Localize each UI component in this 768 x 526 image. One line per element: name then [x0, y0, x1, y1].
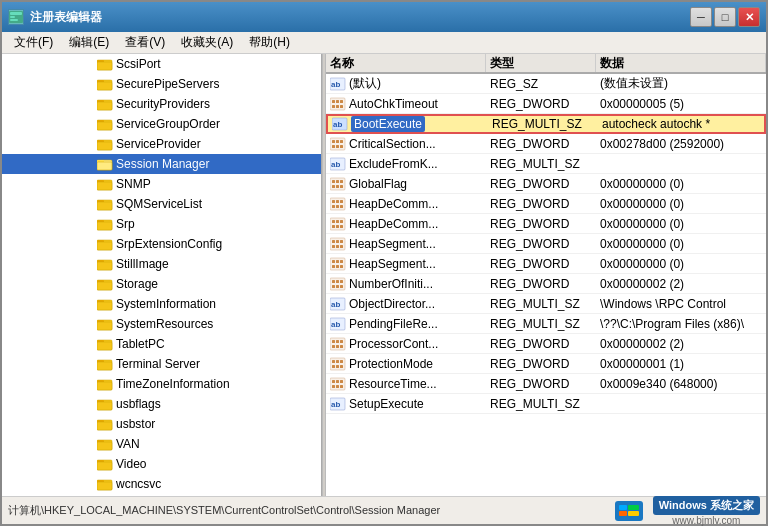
value-cell-type: REG_SZ [486, 77, 596, 91]
tree-item[interactable]: StillImage [2, 254, 321, 274]
tree-item[interactable]: Session Manager [2, 154, 321, 174]
tree-item[interactable]: Storage [2, 274, 321, 294]
col-header-name[interactable]: 名称 [326, 54, 486, 72]
maximize-button[interactable]: □ [714, 7, 736, 27]
value-row[interactable]: AutoChkTimeoutREG_DWORD0x00000005 (5) [326, 94, 766, 114]
value-name-label: HeapSegment... [349, 257, 436, 271]
value-row[interactable]: ProtectionModeREG_DWORD0x00000001 (1) [326, 354, 766, 374]
folder-icon [97, 277, 113, 291]
tree-item[interactable]: TabletPC [2, 334, 321, 354]
folder-icon [97, 337, 113, 351]
value-row[interactable]: ab ObjectDirector...REG_MULTI_SZ\Windows… [326, 294, 766, 314]
tree-item[interactable]: Srp [2, 214, 321, 234]
col-header-data[interactable]: 数据 [596, 54, 766, 72]
svg-rect-131 [340, 285, 343, 288]
value-row[interactable]: ProcessorCont...REG_DWORD0x00000002 (2) [326, 334, 766, 354]
tree-item-label: ServiceGroupOrder [116, 117, 220, 131]
tree-item[interactable]: Terminal Server [2, 354, 321, 374]
svg-rect-86 [336, 145, 339, 148]
svg-rect-161 [628, 505, 639, 510]
svg-rect-12 [97, 102, 112, 110]
value-row[interactable]: ab PendingFileRe...REG_MULTI_SZ\??\C:\Pr… [326, 314, 766, 334]
tree-item[interactable]: TimeZoneInformation [2, 374, 321, 394]
value-row[interactable]: HeapDeComm...REG_DWORD0x00000000 (0) [326, 194, 766, 214]
reg-type-icon: ab [330, 297, 346, 311]
svg-rect-145 [336, 360, 339, 363]
tree-item[interactable]: SQMServiceList [2, 194, 321, 214]
value-cell-type: REG_MULTI_SZ [486, 397, 596, 411]
value-row[interactable]: GlobalFlagREG_DWORD0x00000000 (0) [326, 174, 766, 194]
menu-item-收藏夹(A)[interactable]: 收藏夹(A) [173, 32, 241, 53]
folder-icon [97, 77, 113, 91]
svg-rect-122 [332, 265, 335, 268]
tree-item[interactable]: ServiceGroupOrder [2, 114, 321, 134]
tree-item[interactable]: usbflags [2, 394, 321, 414]
tree-item-label: TimeZoneInformation [116, 377, 230, 391]
svg-rect-113 [336, 240, 339, 243]
svg-rect-148 [336, 365, 339, 368]
svg-rect-24 [97, 182, 112, 190]
tree-item-label: usbstor [116, 417, 155, 431]
value-row[interactable]: ab BootExecuteREG_MULTI_SZautocheck auto… [326, 114, 766, 134]
value-row[interactable]: HeapDeComm...REG_DWORD0x00000000 (0) [326, 214, 766, 234]
value-row[interactable]: ab ExcludeFromK...REG_MULTI_SZ [326, 154, 766, 174]
value-row[interactable]: CriticalSection...REG_DWORD0x00278d00 (2… [326, 134, 766, 154]
folder-icon [97, 357, 113, 371]
value-row[interactable]: ab SetupExecuteREG_MULTI_SZ [326, 394, 766, 414]
svg-rect-144 [332, 360, 335, 363]
tree-item[interactable]: SNMP [2, 174, 321, 194]
svg-rect-92 [336, 180, 339, 183]
tree-item[interactable]: SrpExtensionConfig [2, 234, 321, 254]
svg-rect-147 [332, 365, 335, 368]
menu-item-文件(F)[interactable]: 文件(F) [6, 32, 61, 53]
tree-item[interactable]: SystemResources [2, 314, 321, 334]
tree-item[interactable]: usbstor [2, 414, 321, 434]
svg-rect-93 [340, 180, 343, 183]
value-cell-name: ab (默认) [326, 75, 486, 92]
svg-rect-18 [97, 142, 112, 150]
values-body[interactable]: ab (默认)REG_SZ(数值未设置) AutoChkTimeoutREG_D… [326, 74, 766, 496]
menu-item-帮助(H)[interactable]: 帮助(H) [241, 32, 298, 53]
folder-icon [97, 457, 113, 471]
value-row[interactable]: ResourceTime...REG_DWORD0x0009e340 (6480… [326, 374, 766, 394]
reg-type-icon [330, 97, 346, 111]
value-name-label: SetupExecute [349, 397, 424, 411]
svg-rect-142 [340, 345, 343, 348]
registry-tree-panel[interactable]: ScsiPort SecurePipeServers SecurityProvi… [2, 54, 322, 496]
value-row[interactable]: NumberOfIniti...REG_DWORD0x00000002 (2) [326, 274, 766, 294]
tree-item[interactable]: SystemInformation [2, 294, 321, 314]
tree-item-label: Session Manager [116, 157, 209, 171]
value-name-label: BootExecute [351, 116, 425, 132]
svg-rect-102 [336, 205, 339, 208]
tree-item[interactable]: ServiceProvider [2, 134, 321, 154]
tree-item[interactable]: SecurityProviders [2, 94, 321, 114]
value-cell-type: REG_DWORD [486, 337, 596, 351]
tree-item[interactable]: wcncsvc [2, 474, 321, 494]
value-name-label: ProcessorCont... [349, 337, 438, 351]
tree-item[interactable]: SecurePipeServers [2, 74, 321, 94]
svg-rect-111 [330, 238, 345, 250]
col-header-type[interactable]: 类型 [486, 54, 596, 72]
svg-rect-155 [336, 385, 339, 388]
tree-item[interactable]: Video [2, 454, 321, 474]
svg-rect-100 [340, 200, 343, 203]
tree-item[interactable]: VAN [2, 434, 321, 454]
value-cell-data: autocheck autochk * [598, 117, 764, 131]
menu-item-编辑(E)[interactable]: 编辑(E) [61, 32, 117, 53]
window-title: 注册表编辑器 [30, 9, 102, 26]
close-button[interactable]: ✕ [738, 7, 760, 27]
value-row[interactable]: HeapSegment...REG_DWORD0x00000000 (0) [326, 234, 766, 254]
value-name-label: (默认) [349, 75, 381, 92]
svg-rect-1 [10, 12, 22, 15]
menu-item-查看(V)[interactable]: 查看(V) [117, 32, 173, 53]
minimize-button[interactable]: ─ [690, 7, 712, 27]
svg-rect-137 [332, 340, 335, 343]
tree-item[interactable]: ScsiPort [2, 54, 321, 74]
value-row[interactable]: ab (默认)REG_SZ(数值未设置) [326, 74, 766, 94]
value-cell-data: 0x00000001 (1) [596, 357, 766, 371]
value-row[interactable]: HeapSegment...REG_DWORD0x00000000 (0) [326, 254, 766, 274]
value-cell-data: 0x00000000 (0) [596, 237, 766, 251]
value-cell-name: ProcessorCont... [326, 337, 486, 351]
svg-rect-84 [340, 140, 343, 143]
value-name-label: AutoChkTimeout [349, 97, 438, 111]
